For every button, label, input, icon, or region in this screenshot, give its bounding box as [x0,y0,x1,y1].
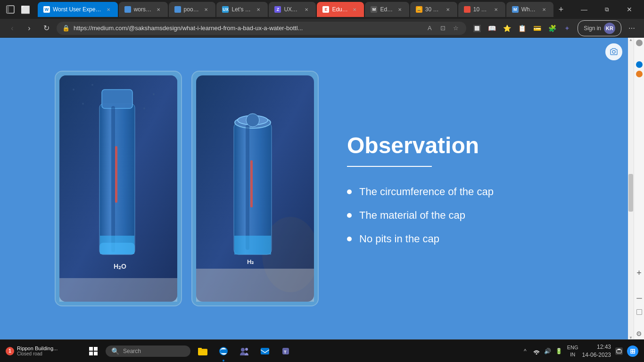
tab-close-worst[interactable]: ✕ [105,6,112,13]
svg-rect-33 [94,352,98,355]
tab-ux14[interactable]: Z UX14@... ✕ [269,2,316,17]
card-content: H₂O [55,71,573,306]
tab-10-good[interactable]: 10 goo... ✕ [458,2,505,17]
svg-rect-32 [89,352,93,355]
language-code: ENG [567,344,578,351]
tab-worst-user-experience[interactable]: W Worst User Experience ✕ [38,2,118,17]
svg-rect-16 [99,243,135,255]
tab-editing[interactable]: M Editing ✕ [365,2,409,17]
translate-icon[interactable]: A [425,24,434,33]
search-placeholder: Search [123,348,141,354]
scrollbar-vertical[interactable]: ▲ ▼ [628,38,634,339]
svg-rect-21 [196,269,314,302]
right-panel-square[interactable] [636,309,642,315]
notification-title: Rippon Building... [17,346,58,351]
immersive-reader-icon[interactable]: 📖 [485,22,498,35]
observation-list: The circumference of the cap The materia… [347,186,573,245]
tray-arrow-icon[interactable]: ^ [521,347,529,355]
taskbar-teams[interactable]: T [277,343,294,360]
tab-close-8[interactable]: ✕ [444,6,452,13]
svg-point-25 [246,114,259,127]
page-scroll[interactable]: H₂O [0,38,628,339]
tab-lets-get[interactable]: UX Let's Ge... ✕ [216,2,268,17]
language-indicator[interactable]: ENG IN [567,344,578,358]
observation-text-2: The material of the cap [359,209,465,222]
back-button[interactable]: ‹ [6,22,19,35]
web-capture-icon[interactable]: 🔲 [470,22,483,35]
tab-label-education: Education [332,6,348,13]
clock[interactable]: 12:43 14-06-2023 [582,343,611,359]
svg-rect-31 [94,347,98,351]
new-tab-icon[interactable]: ⬜ [19,3,32,16]
tab-poor-ux[interactable]: poor u... ✕ [169,2,216,17]
tab-label-9: 10 goo... [473,6,489,13]
window-controls: ⬜ [4,3,32,16]
right-panel-minus[interactable] [636,298,642,299]
minimize-button[interactable]: — [573,2,595,17]
search-bar[interactable]: 🔍 Search [106,346,190,357]
taskbar-file-explorer[interactable] [194,343,211,360]
close-button[interactable]: ✕ [619,2,640,17]
tab-30-poor[interactable]: 😀 30 Poo... ✕ [410,2,457,17]
notification-center-icon[interactable] [615,347,623,355]
tray-sound-icon[interactable]: 🔊 [544,347,552,355]
copilot-icon[interactable]: ✦ [561,22,574,35]
right-panel-icon-1[interactable] [636,40,643,46]
search-icon: 🔍 [111,347,119,355]
tab-close-editing[interactable]: ✕ [396,6,404,13]
tab-close-4[interactable]: ✕ [255,6,262,13]
taskbar-teams-chat[interactable] [236,343,253,360]
right-panel-gear[interactable]: ⚙ [636,330,642,337]
tab-label-4: Let's Ge... [231,6,252,13]
start-button[interactable] [85,343,102,360]
tab-close-10[interactable]: ✕ [540,6,548,13]
settings-more-icon[interactable]: ⋯ [625,22,638,35]
address-bar: ‹ › ↻ 🔒 https://medium.com/@sakshamsdesi… [0,19,644,38]
observation-text-1: The circumference of the cap [359,186,494,198]
right-panel-icon-3[interactable] [636,71,643,77]
restore-button[interactable]: ⧉ [596,2,618,17]
observation-text-3: No pits in the cap [359,233,439,245]
taskbar-outlook[interactable] [256,343,273,360]
tab-close-5[interactable]: ✕ [303,6,310,13]
svg-point-2 [612,50,615,53]
tab-close-education[interactable]: ✕ [351,6,358,13]
svg-point-8 [82,103,84,105]
notification-badge[interactable]: 1 [6,347,14,355]
tab-close-9[interactable]: ✕ [492,6,500,13]
sign-in-button[interactable]: Sign in KR [578,20,621,36]
scroll-thumb[interactable] [628,174,633,212]
sidebar-toggle-icon[interactable] [4,3,17,16]
tray-network-icon[interactable] [532,347,541,355]
favorites-icon[interactable]: ☆ [451,24,461,33]
browser-wallet-icon[interactable]: 💳 [530,22,544,35]
url-bar[interactable]: 🔒 https://medium.com/@sakshamsdesign/wha… [57,22,466,35]
reading-mode-icon[interactable]: ⊡ [438,24,447,33]
forward-button[interactable]: › [23,22,36,35]
observation-underline [347,166,432,167]
new-tab-button[interactable]: + [554,2,568,17]
tab-what-i[interactable]: M What I... ✕ [506,2,553,17]
system-tray: ^ 🔊 🔋 [521,347,563,355]
notification-subtitle: Closed road [17,351,58,356]
refresh-button[interactable]: ↻ [40,22,53,35]
tab-close-2[interactable]: ✕ [155,6,162,13]
tab-close-3[interactable]: ✕ [202,6,210,13]
taskbar: 1 Rippon Building... Closed road 🔍 Searc… [0,339,644,362]
browser-extensions-icon[interactable]: 🧩 [545,22,559,35]
screenshot-button[interactable] [605,43,622,60]
add-favorites-icon[interactable]: ⭐ [500,22,513,35]
tray-battery-icon[interactable]: 🔋 [555,347,563,355]
spotlight-button[interactable]: ⊞ [627,346,638,357]
scroll-up-arrow[interactable]: ▲ [628,38,634,41]
collections-icon[interactable]: 📋 [515,22,528,35]
right-panel-icon-2[interactable] [636,61,643,68]
tab-education[interactable]: E Education ✕ [317,2,364,17]
taskbar-edge[interactable] [215,343,232,360]
scroll-down-arrow[interactable]: ▼ [628,336,634,339]
tab-worst-search[interactable]: worst u... ✕ [119,2,168,17]
right-panel-plus[interactable]: + [636,268,642,278]
svg-rect-44 [618,349,620,350]
main-area: H₂O [0,38,644,339]
clock-date: 14-06-2023 [582,351,611,359]
